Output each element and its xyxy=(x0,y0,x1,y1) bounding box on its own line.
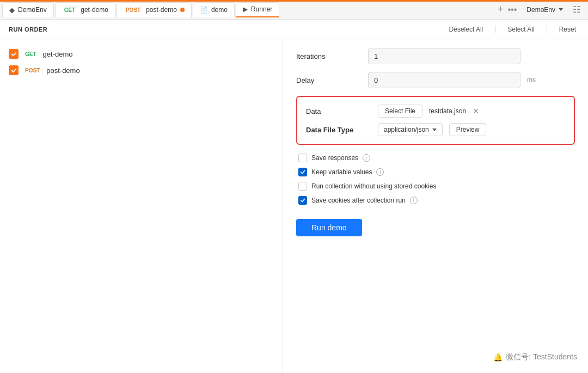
add-tab-button[interactable]: + xyxy=(498,4,504,15)
runner-play-icon: ▶ xyxy=(243,5,248,13)
run-item-get-demo-method: GET xyxy=(23,51,39,58)
iterations-label: Iterations xyxy=(296,52,362,60)
file-type-chevron xyxy=(432,129,437,131)
save-cookies-label: Save cookies after collection run xyxy=(311,197,406,204)
run-button-container: Run demo xyxy=(296,210,575,236)
toolbar: RUN ORDER Deselect All Select All Reset xyxy=(0,20,588,39)
file-icon: 📄 xyxy=(200,6,208,14)
data-label: Data xyxy=(306,107,371,115)
tab-post-demo-label: post-demo xyxy=(146,6,177,14)
tab-demoenv-label: DemoEnv xyxy=(18,6,47,14)
delay-label: Delay xyxy=(296,76,362,84)
save-cookies-info-icon[interactable]: i xyxy=(410,197,418,204)
env-selector[interactable]: DemoEnv xyxy=(521,6,568,14)
watermark-text: 微信号: TestStudents xyxy=(506,352,577,362)
save-responses-checkbox[interactable] xyxy=(298,154,307,162)
data-file-type-label: Data File Type xyxy=(306,126,371,134)
toolbar-title: RUN ORDER xyxy=(9,26,47,33)
iterations-input[interactable] xyxy=(368,48,520,64)
tab-post-demo[interactable]: POST post-demo xyxy=(117,2,192,17)
delay-input[interactable] xyxy=(368,72,520,88)
save-responses-info-icon[interactable]: i xyxy=(363,154,370,162)
keep-variable-values-info-icon[interactable]: i xyxy=(376,168,384,176)
preview-button[interactable]: Preview xyxy=(449,123,487,136)
select-all-button[interactable]: Select All xyxy=(504,25,537,34)
tab-runner[interactable]: ▶ Runner xyxy=(236,2,279,17)
tab-runner-label: Runner xyxy=(251,5,272,13)
data-file-row: Data Select File testdata.json ✕ xyxy=(306,105,565,118)
reset-button[interactable]: Reset xyxy=(556,25,579,34)
left-panel: GET get-demo POST post-demo xyxy=(0,39,283,373)
tab-get-demo[interactable]: GET get-demo xyxy=(55,2,115,17)
tab-get-demo-label: get-demo xyxy=(81,6,108,14)
run-item-post-demo-name: post-demo xyxy=(46,66,79,75)
more-tabs-button[interactable]: ••• xyxy=(508,5,517,15)
file-type-value: application/json xyxy=(384,126,429,133)
file-name-label: testdata.json xyxy=(429,107,466,115)
keep-variable-values-row: Keep variable values i xyxy=(296,168,575,176)
tab-get-demo-method: GET xyxy=(62,7,78,14)
checkboxes-section: Save responses i Keep variable values i … xyxy=(296,154,575,205)
data-section-box: Data Select File testdata.json ✕ Data Fi… xyxy=(296,96,575,145)
run-without-cookies-label: Run collection without using stored cook… xyxy=(311,182,436,190)
watermark: 🔔 微信号: TestStudents xyxy=(493,352,577,362)
tab-demo[interactable]: 📄 demo xyxy=(193,2,235,17)
tab-post-demo-method: POST xyxy=(124,7,143,14)
select-file-button[interactable]: Select File xyxy=(378,105,422,118)
remove-file-button[interactable]: ✕ xyxy=(473,107,479,115)
watermark-icon: 🔔 xyxy=(493,353,503,362)
env-selector-chevron xyxy=(559,8,563,11)
file-type-select[interactable]: application/json xyxy=(378,123,443,136)
save-cookies-checkbox[interactable] xyxy=(298,196,307,205)
delay-row: Delay ms xyxy=(296,72,575,88)
settings-icon[interactable]: ☷ xyxy=(573,4,586,15)
toolbar-divider-2 xyxy=(547,26,547,33)
save-responses-label: Save responses xyxy=(311,154,358,162)
save-cookies-row: Save cookies after collection run i xyxy=(296,196,575,205)
tab-demo-label: demo xyxy=(211,6,228,14)
delay-suffix: ms xyxy=(527,76,536,84)
iterations-row: Iterations xyxy=(296,48,575,64)
top-accent-bar xyxy=(0,0,588,2)
tab-post-demo-dirty-dot xyxy=(180,8,185,12)
tab-bar-right: + ••• DemoEnv ☷ xyxy=(498,4,586,15)
data-file-type-row: Data File Type application/json Preview xyxy=(306,123,565,136)
main-layout: GET get-demo POST post-demo Iterations D… xyxy=(0,39,588,373)
save-responses-row: Save responses i xyxy=(296,154,575,162)
tab-demoenv[interactable]: ◆ DemoEnv xyxy=(2,2,54,17)
keep-variable-values-checkbox[interactable] xyxy=(298,168,307,176)
deselect-all-button[interactable]: Deselect All xyxy=(446,25,487,34)
right-panel: Iterations Delay ms Data Select File tes… xyxy=(283,39,588,373)
run-demo-button[interactable]: Run demo xyxy=(296,219,362,236)
run-item-post-demo-method: POST xyxy=(23,67,42,74)
env-selector-label: DemoEnv xyxy=(526,6,555,14)
run-item-get-demo-name: get-demo xyxy=(43,50,73,58)
run-without-cookies-row: Run collection without using stored cook… xyxy=(296,182,575,191)
toolbar-divider-1 xyxy=(495,26,495,33)
keep-variable-values-label: Keep variable values xyxy=(311,168,372,176)
collection-icon: ◆ xyxy=(9,6,15,14)
run-item-get-demo: GET get-demo xyxy=(9,46,274,62)
run-without-cookies-checkbox[interactable] xyxy=(298,182,307,191)
run-item-post-demo-checkbox[interactable] xyxy=(9,65,19,75)
tab-bar: ◆ DemoEnv GET get-demo POST post-demo 📄 … xyxy=(0,0,588,20)
run-item-post-demo: POST post-demo xyxy=(9,62,274,78)
run-item-get-demo-checkbox[interactable] xyxy=(9,49,19,59)
